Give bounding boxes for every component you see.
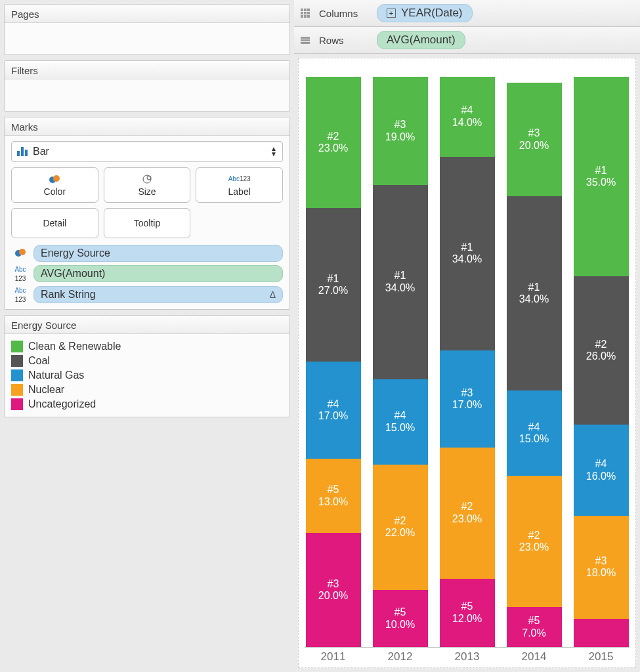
rows-icon [301, 37, 312, 44]
bar-segment[interactable]: #127.0% [306, 208, 361, 362]
segment-pct: 22.0% [385, 527, 415, 539]
bar-segment[interactable]: #318.0% [574, 516, 629, 618]
segment-rank: #2 [328, 131, 339, 142]
marks-pill[interactable]: Energy Source [33, 245, 283, 262]
marks-pill[interactable]: AVG(Amount) [33, 265, 283, 282]
color-button[interactable]: Color [11, 167, 98, 203]
bar-chart-icon [17, 147, 28, 156]
chart: #223.0%#127.0%#417.0%#513.0%#320.0%#319.… [298, 58, 636, 668]
legend-label: Natural Gas [28, 369, 84, 381]
columns-icon [301, 9, 312, 18]
bar-column: #414.0%#134.0%#317.0%#223.0%#512.0% [440, 77, 495, 647]
rows-pill-label: AVG(Amount) [387, 33, 456, 47]
bar-segment[interactable]: #223.0% [306, 77, 361, 208]
bar-segment[interactable]: #319.0% [373, 77, 428, 185]
table-calc-icon: Δ [270, 289, 276, 300]
bar-segment[interactable]: #320.0% [306, 533, 361, 647]
tooltip-button[interactable]: Tooltip [104, 208, 191, 238]
legend-swatch [11, 369, 23, 381]
marks-pill-row: Energy Source [11, 245, 283, 262]
legend-item[interactable]: Coal [11, 354, 283, 368]
x-tick: 2011 [306, 650, 361, 663]
segment-pct: 14.0% [452, 117, 482, 129]
label-button[interactable]: Abc123 Label [196, 167, 283, 203]
segment-rank: #2 [595, 339, 607, 350]
filters-card: Filters [4, 60, 290, 112]
columns-shelf[interactable]: Columns + YEAR(Date) [294, 0, 640, 27]
bar-segment[interactable]: #417.0% [306, 362, 361, 459]
bar-segment[interactable]: #416.0% [574, 425, 629, 516]
size-button[interactable]: Size [104, 167, 191, 203]
bar-segment[interactable]: #57.0% [507, 607, 562, 647]
bar-segment[interactable]: #134.0% [440, 157, 495, 350]
expand-icon[interactable]: + [387, 9, 396, 18]
detail-label: Detail [43, 218, 66, 228]
bar-segment[interactable]: #320.0% [507, 83, 562, 197]
segment-rank: #5 [328, 484, 339, 495]
bar-segment[interactable]: #135.0% [574, 77, 629, 276]
legend-item[interactable]: Uncategorized [11, 397, 283, 411]
segment-rank: #1 [395, 270, 406, 282]
marks-pill[interactable]: Rank StringΔ [33, 286, 283, 303]
mark-type-label: Bar [33, 146, 270, 158]
legend-item[interactable]: Natural Gas [11, 368, 283, 383]
segment-pct: 13.0% [318, 496, 348, 508]
segment-rank: #2 [528, 530, 540, 541]
columns-pill[interactable]: + YEAR(Date) [377, 4, 473, 22]
segment-pct: 16.0% [586, 471, 616, 482]
marks-pill-row: Abc123Rank StringΔ [11, 285, 283, 304]
bar-segment[interactable]: #134.0% [373, 185, 428, 379]
bar-segment[interactable]: #513.0% [306, 459, 361, 533]
bar-column: #223.0%#127.0%#417.0%#513.0%#320.0% [306, 77, 361, 647]
x-tick: 2014 [507, 650, 562, 663]
legend-label: Uncategorized [28, 398, 96, 410]
legend-item[interactable]: Clean & Renewable [11, 339, 283, 354]
bar-segment[interactable]: #223.0% [440, 448, 495, 579]
bar-segment[interactable]: #512.0% [440, 579, 495, 647]
segment-pct: 35.0% [586, 177, 616, 188]
columns-label: Columns [319, 8, 370, 19]
bar-segment[interactable]: #226.0% [574, 276, 629, 425]
segment-rank: #4 [461, 104, 473, 116]
segment-pct: 23.0% [318, 142, 348, 154]
filters-shelf[interactable] [5, 79, 289, 111]
stepper-icon: ▲▼ [270, 146, 277, 157]
bar-segment[interactable]: #222.0% [373, 465, 428, 590]
bar-segment[interactable]: #510.0% [373, 590, 428, 647]
bar-column: #135.0%#226.0%#416.0%#318.0% [574, 77, 629, 647]
bar-segment[interactable]: #415.0% [507, 390, 562, 476]
size-label: Size [138, 186, 156, 197]
legend-label: Nuclear [28, 384, 64, 396]
color-icon [49, 174, 60, 184]
color-icon [11, 248, 30, 259]
segment-rank: #1 [528, 282, 540, 293]
segment-pct: 19.0% [385, 131, 415, 143]
segment-pct: 15.0% [385, 422, 415, 434]
legend-swatch [11, 398, 23, 410]
pages-shelf[interactable] [5, 23, 289, 54]
mark-type-select[interactable]: Bar ▲▼ [11, 141, 283, 162]
bar-segment[interactable]: #223.0% [507, 476, 562, 607]
bar-segment[interactable]: #415.0% [373, 379, 428, 465]
segment-pct: 23.0% [519, 541, 549, 553]
segment-rank: #1 [461, 242, 473, 253]
marks-pill-label: Energy Source [41, 247, 110, 259]
detail-button[interactable]: Detail [11, 208, 98, 238]
legend-swatch [11, 384, 23, 396]
pages-card: Pages [4, 4, 290, 55]
rows-pill[interactable]: AVG(Amount) [377, 31, 465, 49]
x-tick: 2012 [373, 650, 428, 663]
segment-rank: #3 [395, 119, 406, 131]
svg-point-5 [19, 249, 26, 255]
bar-segment[interactable]: #134.0% [507, 196, 562, 390]
bar-segment[interactable]: #414.0% [440, 77, 495, 157]
bar-segment[interactable]: #317.0% [440, 350, 495, 448]
bar-segment[interactable] [574, 619, 629, 647]
segment-rank: #3 [461, 387, 473, 399]
segment-rank: #4 [595, 458, 607, 470]
legend-swatch [11, 355, 23, 367]
legend-item[interactable]: Nuclear [11, 383, 283, 397]
bar-column: #319.0%#134.0%#415.0%#222.0%#510.0% [373, 77, 428, 647]
segment-rank: #5 [395, 606, 406, 618]
rows-shelf[interactable]: Rows AVG(Amount) [294, 27, 640, 54]
